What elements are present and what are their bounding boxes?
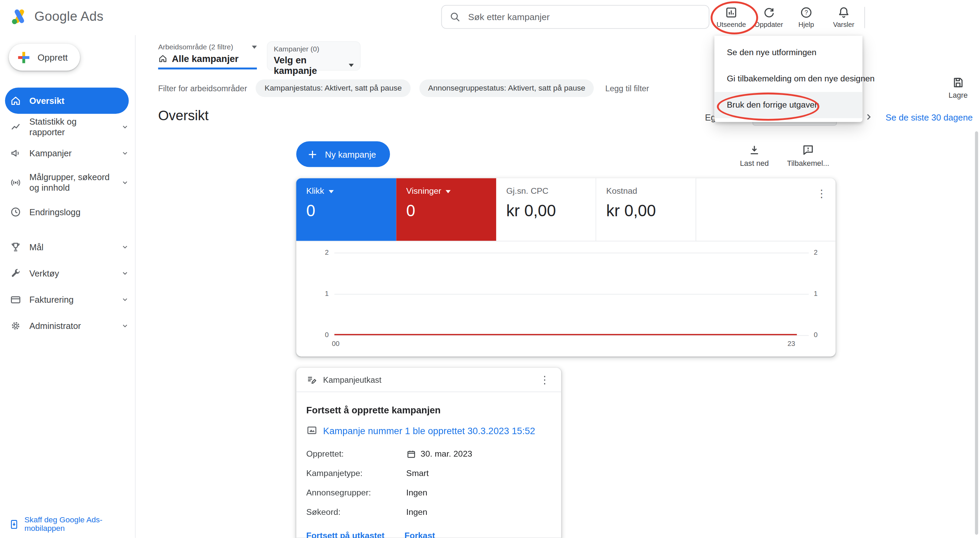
gridline: [334, 335, 809, 336]
menu-item-previous-version[interactable]: Bruk den forrige utgaven: [714, 92, 862, 118]
metric-label: Kostnad: [606, 186, 637, 196]
dropdown-arrow-icon: [252, 46, 257, 51]
sidebar-item-endringslogg[interactable]: Endringslogg: [0, 199, 135, 225]
bell-icon: [837, 6, 850, 18]
sidebar-item-kampanjer[interactable]: Kampanjer: [0, 140, 135, 166]
draft-card-body: Fortsett å opprette kampanjen Kampanje n…: [296, 392, 562, 538]
chevron-down-icon: [121, 150, 129, 157]
metric-label: Visninger: [406, 186, 441, 196]
mobile-app-link[interactable]: Skaff deg Google Ads-mobilappen: [9, 515, 135, 533]
draft-row-opprettet: Opprettet: 30. mar. 2023: [306, 444, 551, 463]
workspace-selector[interactable]: Arbeidsområde (2 filtre) Alle kampanjer: [158, 43, 257, 69]
x-axis-tick: 23: [788, 340, 795, 347]
add-filter-button[interactable]: Legg til filter: [605, 83, 649, 93]
create-button[interactable]: Opprett: [9, 44, 80, 71]
last-30-days-link[interactable]: Se de siste 30 dagene: [886, 113, 973, 123]
google-ads-logo: Google Ads: [10, 7, 103, 26]
sidebar-item-statistikk[interactable]: Statistikk og rapporter: [0, 114, 135, 140]
chevron-down-icon: [121, 123, 129, 131]
metric-card-klikk[interactable]: Klikk 0: [296, 178, 396, 241]
metric-value: 0: [406, 201, 486, 221]
campaign-selector[interactable]: Kampanjer (0) Velg en kampanje: [267, 41, 361, 70]
draft-card-header: Kampanjeutkast: [296, 368, 562, 392]
campaign-selector-value: Velg en kampanje: [274, 54, 348, 76]
appearance-button[interactable]: Utseende: [713, 0, 750, 35]
chevron-right-icon[interactable]: [864, 112, 873, 122]
menu-item-new-design[interactable]: Se den nye utformingen: [714, 40, 862, 66]
multicolor-plus-icon: [16, 50, 31, 65]
mobile-app-link-label: Skaff deg Google Ads-mobilappen: [24, 515, 135, 533]
sidebar-item-verktoy[interactable]: Verktøy: [0, 260, 135, 286]
billing-card-icon: [10, 294, 21, 305]
draft-row-value: Ingen: [406, 508, 427, 517]
y-axis-tick-right: 1: [814, 289, 817, 297]
metric-card-cpc[interactable]: Gj.sn. CPC kr 0,00: [496, 178, 596, 241]
campaigns-icon: [10, 147, 21, 159]
sidebar-item-malgrupper[interactable]: Målgrupper, søkeord og innhold: [0, 166, 135, 199]
sidebar-item-administrator[interactable]: Administrator: [0, 313, 135, 339]
save-button[interactable]: Lagre: [941, 76, 975, 99]
refresh-icon: [762, 6, 775, 18]
draft-row-sokeord: Søkeord: Ingen: [306, 502, 551, 522]
appearance-menu: Se den nye utformingen Gi tilbakemelding…: [714, 36, 862, 122]
metric-value: kr 0,00: [606, 201, 686, 221]
search-input[interactable]: [467, 11, 701, 22]
gridline: [334, 253, 809, 253]
appearance-label: Utseende: [717, 21, 746, 28]
feedback-button[interactable]: Tilbakemel...: [785, 144, 831, 168]
trophy-icon: [10, 241, 21, 253]
draft-heading: Fortsett å opprette kampanjen: [306, 404, 551, 415]
overview-chart-card: Klikk 0 Visninger 0 Gj.sn. CPC kr 0,00 K…: [296, 178, 836, 356]
topbar-divider: [864, 7, 865, 28]
y-axis-tick: 0: [314, 331, 329, 338]
search-icon: [450, 11, 461, 22]
download-button[interactable]: Last ned: [731, 144, 778, 168]
new-campaign-button[interactable]: Ny kampanje: [296, 141, 390, 167]
menu-item-feedback-new-design[interactable]: Gi tilbakemelding om den nye designen: [714, 66, 862, 92]
vertical-scrollbar[interactable]: [975, 131, 978, 535]
filter-row-label: Filter for arbeidsområder: [158, 83, 247, 93]
campaign-selector-label: Kampanjer (0): [274, 45, 353, 53]
campaign-draft-card: Kampanjeutkast Fortsett å opprette kampa…: [296, 368, 562, 538]
draft-row-kampanjetype: Kampanjetype: Smart: [306, 463, 551, 483]
refresh-button[interactable]: Oppdater: [750, 0, 788, 35]
filter-chip-adgroup-status[interactable]: Annonsegruppestatus: Aktivert, satt på p…: [419, 79, 594, 97]
create-button-label: Opprett: [37, 52, 68, 62]
y-axis-tick: 2: [314, 248, 329, 256]
mobile-download-icon: [9, 519, 19, 530]
sidebar-item-mal[interactable]: Mål: [0, 234, 135, 260]
kebab-menu-icon[interactable]: [539, 375, 550, 385]
notifications-button[interactable]: Varsler: [825, 0, 862, 35]
chevron-down-icon: [121, 243, 129, 251]
topbar: Google Ads Utseende: [0, 0, 980, 35]
discard-draft-link[interactable]: Forkast: [404, 531, 435, 538]
metric-label: Gj.sn. CPC: [506, 186, 549, 196]
metric-value: 0: [306, 201, 386, 221]
workspace-label: Arbeidsområde (2 filtre): [158, 43, 234, 51]
wrench-icon: [10, 268, 21, 279]
draft-row-value: Smart: [406, 469, 429, 478]
draft-card-title: Kampanjeutkast: [323, 375, 551, 385]
draft-row-value: Ingen: [406, 488, 427, 498]
continue-draft-link[interactable]: Fortsett på utkastet: [306, 531, 385, 538]
help-icon: ?: [800, 6, 813, 18]
google-ads-app: Google Ads Utseende: [0, 0, 980, 538]
metric-card-kostnad[interactable]: Kostnad kr 0,00: [596, 178, 696, 241]
sidebar-item-oversikt[interactable]: Oversikt: [5, 88, 129, 114]
refresh-label: Oppdater: [754, 21, 783, 28]
metric-card-visninger[interactable]: Visninger 0: [396, 178, 496, 241]
kebab-menu-icon[interactable]: [816, 188, 827, 199]
draft-campaign-link[interactable]: Kampanje nummer 1 ble opprettet 30.3.202…: [323, 425, 535, 436]
filter-row: Filter for arbeidsområder Kampanjestatus…: [158, 79, 649, 97]
filter-chip-campaign-status[interactable]: Kampanjestatus: Aktivert, satt på pause: [256, 79, 411, 97]
download-label: Last ned: [740, 159, 769, 168]
gridline: [334, 294, 809, 295]
sidebar-item-fakturering[interactable]: Fakturering: [0, 286, 135, 313]
help-button[interactable]: ? Hjelp: [788, 0, 825, 35]
google-ads-logo-icon: [10, 7, 29, 26]
dropdown-arrow-icon: [349, 64, 354, 69]
calendar-icon: [406, 449, 416, 459]
search-box[interactable]: [441, 5, 710, 29]
y-axis-tick: 1: [314, 289, 329, 297]
draft-row-value: 30. mar. 2023: [421, 449, 472, 459]
